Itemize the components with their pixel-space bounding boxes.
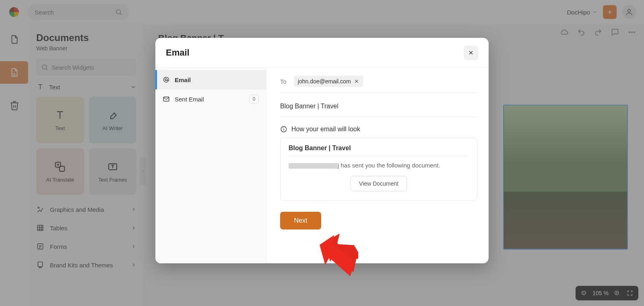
- modal-tab-sent[interactable]: Sent Email 0: [155, 89, 266, 109]
- preview-suffix: has sent you the following document.: [339, 162, 440, 169]
- sent-count-badge: 0: [249, 95, 259, 103]
- email-subject-input[interactable]: Blog Banner | Travel: [280, 101, 477, 117]
- next-button[interactable]: Next: [280, 212, 321, 229]
- mail-icon: [163, 95, 170, 103]
- preview-sender-redacted: [289, 163, 338, 169]
- modal-header: Email: [155, 38, 489, 68]
- preview-label-row: How your email will look: [280, 126, 477, 133]
- preview-message: j has sent you the following document.: [289, 162, 469, 169]
- to-label: To: [280, 78, 287, 85]
- modal-title: Email: [166, 48, 190, 58]
- svg-point-43: [283, 128, 284, 128]
- close-icon: [468, 50, 474, 56]
- svg-point-39: [165, 79, 167, 81]
- view-document-button[interactable]: View Document: [351, 176, 407, 191]
- modal-tab-email[interactable]: Email: [155, 70, 266, 89]
- preview-label-text: How your email will look: [291, 126, 360, 133]
- preview-title: Blog Banner | Travel: [289, 145, 469, 156]
- recipient-chip[interactable]: john.doe@email.com ✕: [294, 76, 363, 87]
- modal-tab-email-label: Email: [175, 76, 191, 83]
- chip-remove-icon[interactable]: ✕: [354, 78, 359, 85]
- to-row: To john.doe@email.com ✕: [280, 76, 477, 93]
- email-modal: Email Email Sent Email 0 To: [155, 38, 489, 263]
- modal-close-button[interactable]: [464, 45, 478, 60]
- at-icon: [163, 76, 170, 83]
- recipient-email: john.doe@email.com: [298, 78, 351, 85]
- modal-main: To john.doe@email.com ✕ Blog Banner | Tr…: [266, 68, 489, 263]
- modal-sidebar: Email Sent Email 0: [155, 68, 266, 263]
- email-preview-card: Blog Banner | Travel j has sent you the …: [280, 138, 477, 201]
- info-icon: [280, 126, 287, 133]
- modal-tab-sent-label: Sent Email: [175, 96, 204, 103]
